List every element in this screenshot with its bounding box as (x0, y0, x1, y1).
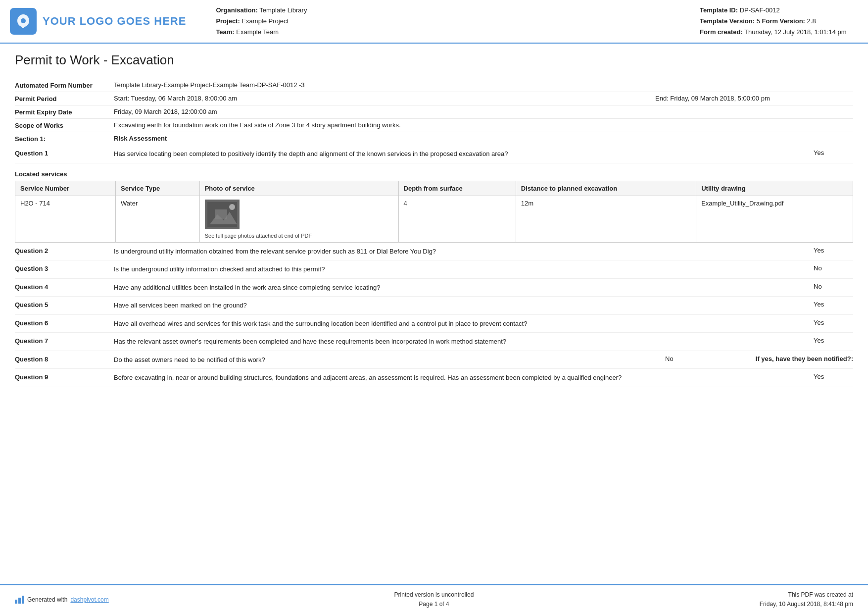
scope-of-works-row: Scope of Works Excavating earth for foun… (15, 119, 853, 132)
question-9-answer: Yes (814, 373, 853, 380)
header-center: Organisation: Template Library Project: … (186, 5, 700, 38)
question-7-answer: Yes (814, 337, 853, 344)
photo-thumbnail (205, 200, 240, 229)
permit-period-start: Start: Tuesday, 06 March 2018, 8:00:00 a… (114, 95, 655, 102)
svg-rect-5 (215, 209, 227, 219)
question-1-text: Has service locating been completed to p… (114, 149, 809, 159)
template-id-value: DP-SAF-0012 (740, 6, 780, 14)
question-8-label: Question 8 (15, 355, 114, 363)
question-4-label: Question 4 (15, 283, 114, 291)
col-distance: Distance to planned excavation (516, 181, 696, 196)
question-9-text: Before excavating in, near or around bui… (114, 373, 809, 383)
question-row: Question 6 Have all overhead wires and s… (15, 315, 853, 333)
page-header: YOUR LOGO GOES HERE Organisation: Templa… (0, 0, 868, 44)
footer-left: Generated with dashpivot.com (15, 596, 183, 604)
footer-center: Printed version is uncontrolled Page 1 o… (183, 590, 685, 609)
question-7-label: Question 7 (15, 337, 114, 345)
template-id-label: Template ID: (700, 6, 738, 14)
form-version-value: 2.8 (807, 17, 816, 25)
footer-center-line1: Printed version is uncontrolled (183, 590, 685, 600)
question-7-text: Has the relevant asset owner's requireme… (114, 337, 809, 347)
form-created-value: Thursday, 12 July 2018, 1:01:14 pm (744, 28, 846, 36)
question-row: Question 2 Is underground utility inform… (15, 243, 853, 261)
question-1-answer: Yes (814, 149, 853, 156)
question-row: Question 4 Have any additional utilities… (15, 279, 853, 297)
page-footer: Generated with dashpivot.com Printed ver… (0, 584, 868, 614)
template-version-value: 5 (757, 17, 760, 25)
org-value: Template Library (259, 6, 307, 14)
services-table: Service Number Service Type Photo of ser… (15, 181, 853, 243)
cell-service-type: Water (116, 196, 200, 242)
question-9-label: Question 9 (15, 373, 114, 381)
team-label: Team: (216, 28, 234, 36)
question-2-answer: Yes (814, 247, 853, 254)
project-label: Project: (216, 17, 240, 25)
question-row: Question 3 Is the underground utility in… (15, 260, 853, 279)
automated-form-label: Automated Form Number (15, 81, 114, 89)
col-service-number: Service Number (15, 181, 116, 196)
scope-of-works-value: Excavating earth for foundation work on … (114, 121, 853, 129)
permit-expiry-value: Friday, 09 March 2018, 12:00:00 am (114, 108, 853, 116)
question-4-text: Have any additional utilities been insta… (114, 283, 809, 293)
form-version-label: Form Version: (762, 17, 805, 25)
dashpivot-icon (15, 596, 24, 604)
cell-distance: 12m (516, 196, 696, 242)
col-depth: Depth from surface (398, 181, 516, 196)
question-3-label: Question 3 (15, 264, 114, 272)
question-8-note: If yes, have they been notified?: (705, 355, 853, 362)
section-label: Section 1: (15, 135, 114, 143)
cell-photo: See full page photos attached at end of … (199, 196, 398, 242)
team-value: Example Team (236, 28, 279, 36)
question-row: Question 8 Do the asset owners need to b… (15, 351, 853, 369)
question-6-label: Question 6 (15, 319, 114, 327)
project-value: Example Project (241, 17, 289, 25)
col-photo: Photo of service (199, 181, 398, 196)
footer-link[interactable]: dashpivot.com (70, 596, 108, 603)
photo-caption: See full page photos attached at end of … (205, 233, 393, 239)
question-3-answer: No (814, 264, 853, 272)
section-value: Risk Assessment (114, 135, 853, 143)
footer-right-line2: Friday, 10 August 2018, 8:41:48 pm (685, 600, 853, 609)
permit-expiry-label: Permit Expiry Date (15, 108, 114, 116)
question-5-text: Have all services been marked on the gro… (114, 301, 809, 310)
question-5-answer: Yes (814, 301, 853, 308)
svg-point-4 (229, 204, 235, 210)
question-row: Question 9 Before excavating in, near or… (15, 369, 853, 387)
logo-text: YOUR LOGO GOES HERE (43, 15, 186, 28)
permit-period-row: Permit Period Start: Tuesday, 06 March 2… (15, 92, 853, 105)
svg-point-0 (21, 18, 26, 23)
located-services-heading: Located services (0, 163, 868, 181)
permit-period-end: End: Friday, 09 March 2018, 5:00:00 pm (655, 95, 853, 102)
question-5-label: Question 5 (15, 301, 114, 308)
question-4-answer: No (814, 283, 853, 290)
cell-utility-drawing: Example_Utility_Drawing.pdf (696, 196, 853, 242)
header-right: Template ID: DP-SAF-0012 Template Versio… (700, 5, 858, 38)
cell-service-number: H2O - 714 (15, 196, 116, 242)
question-6-answer: Yes (814, 319, 853, 326)
col-service-type: Service Type (116, 181, 200, 196)
scope-of-works-label: Scope of Works (15, 121, 114, 129)
footer-right: This PDF was created at Friday, 10 Augus… (685, 590, 853, 609)
question-8-answer: No (665, 355, 705, 362)
question-2-label: Question 2 (15, 247, 114, 255)
page-title-area: Permit to Work - Excavation (0, 44, 868, 79)
question-8-text: Do the asset owners need to be notified … (114, 355, 660, 365)
footer-center-line2: Page 1 of 4 (183, 600, 685, 609)
question-2-text: Is underground utility information obtai… (114, 247, 809, 256)
question-row: Question 1 Has service locating been com… (15, 145, 853, 163)
permit-expiry-row: Permit Expiry Date Friday, 09 March 2018… (15, 105, 853, 119)
table-row: H2O - 714 Water See full page photos att… (15, 196, 853, 242)
logo-area: YOUR LOGO GOES HERE (10, 8, 186, 35)
automated-form-value: Template Library-Example Project-Example… (114, 81, 853, 89)
questions-area: Question 1 Has service locating been com… (0, 145, 868, 163)
questions-area-2: Question 2 Is underground utility inform… (0, 243, 868, 387)
org-label: Organisation: (216, 6, 258, 14)
footer-right-line1: This PDF was created at (685, 590, 853, 600)
form-created-label: Form created: (700, 28, 743, 36)
form-info-table: Automated Form Number Template Library-E… (0, 79, 868, 145)
question-6-text: Have all overhead wires and services for… (114, 319, 809, 329)
permit-period-label: Permit Period (15, 95, 114, 102)
cell-depth: 4 (398, 196, 516, 242)
template-version-label: Template Version: (700, 17, 755, 25)
automated-form-row: Automated Form Number Template Library-E… (15, 79, 853, 92)
